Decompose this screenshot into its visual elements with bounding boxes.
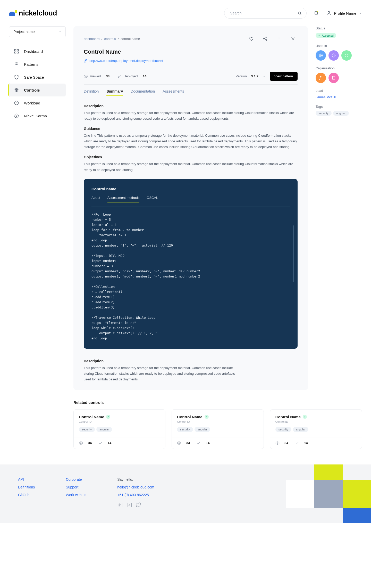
card-views: 34 xyxy=(79,441,92,445)
svg-rect-48 xyxy=(119,504,120,506)
sidebar-item-label: Safe Space xyxy=(24,75,44,79)
svg-point-23 xyxy=(16,115,17,117)
tag[interactable]: angular xyxy=(195,427,210,432)
organisation-item[interactable] xyxy=(316,73,326,83)
search-placeholder: Search xyxy=(230,11,241,15)
notification-icon[interactable] xyxy=(312,9,321,18)
svg-point-13 xyxy=(16,64,17,64)
footer-link[interactable]: Work with us xyxy=(66,493,86,497)
footer-decoration xyxy=(283,464,371,523)
version-label: Version xyxy=(236,74,247,78)
used-in-item[interactable] xyxy=(328,50,339,61)
tab-definition[interactable]: Definition xyxy=(84,89,99,96)
used-in-item[interactable] xyxy=(341,50,352,61)
close-icon[interactable] xyxy=(288,34,298,43)
content-panel: dashboard / controls / control name Cont… xyxy=(73,26,308,390)
footer-link[interactable]: Support xyxy=(66,485,86,489)
resource-link[interactable]: onp.aws.bootstrap.deployment.deploymentb… xyxy=(84,59,298,63)
used-in-label: Used in xyxy=(316,44,362,48)
breadcrumb-controls[interactable]: controls xyxy=(104,37,116,41)
lead-link[interactable]: James McGill xyxy=(316,95,336,99)
footer-link[interactable]: Definitions xyxy=(18,485,35,489)
sidebar-item-nickel-karma[interactable]: Nickel Karma xyxy=(9,109,66,122)
code-tab-about[interactable]: About xyxy=(91,196,100,202)
tags-label: Tags xyxy=(316,105,362,109)
card-views: 34 xyxy=(275,441,288,445)
more-icon[interactable] xyxy=(274,34,284,43)
favorite-icon[interactable] xyxy=(247,34,256,43)
organisation-item[interactable] xyxy=(328,73,339,83)
header: nickelcloud Search Profile Name xyxy=(9,8,362,19)
svg-line-1 xyxy=(300,14,301,15)
scrollbar[interactable] xyxy=(293,225,294,282)
tab-assessments[interactable]: Assessments xyxy=(163,89,184,96)
code-tab-oscal[interactable]: OSCAL xyxy=(147,196,158,202)
tab-documentation[interactable]: Documentation xyxy=(131,89,155,96)
sidebar-item-patterns[interactable]: Patterns xyxy=(9,58,66,71)
twitter-icon[interactable] xyxy=(136,502,141,508)
tag[interactable]: angular xyxy=(333,111,349,116)
svg-point-11 xyxy=(17,62,18,63)
svg-point-18 xyxy=(15,89,15,89)
project-selector[interactable]: Project name xyxy=(9,26,66,37)
svg-point-39 xyxy=(345,56,346,57)
svg-point-22 xyxy=(15,114,19,118)
chevron-down-icon[interactable] xyxy=(263,75,266,78)
svg-line-28 xyxy=(264,39,266,40)
sidebar-item-workload[interactable]: Workload xyxy=(9,96,66,109)
related-card[interactable]: Control Name ✓Control IDsecurityangular … xyxy=(270,409,362,449)
lead-label: Lead xyxy=(316,89,362,93)
tag[interactable]: angular xyxy=(96,427,112,432)
svg-point-36 xyxy=(333,55,334,56)
tag[interactable]: security xyxy=(275,427,291,432)
objectives-text: This pattern is used as a temporary stor… xyxy=(84,161,298,173)
related-card[interactable]: Control Name ✓Control IDsecurityangular … xyxy=(172,409,264,449)
tag[interactable]: security xyxy=(79,427,95,432)
card-title: Control Name ✓ xyxy=(275,415,357,419)
used-in-item[interactable] xyxy=(316,50,326,61)
svg-rect-7 xyxy=(15,52,16,53)
card-deploys: 14 xyxy=(295,441,308,445)
svg-rect-6 xyxy=(17,50,19,51)
tab-summary[interactable]: Summary xyxy=(106,89,123,96)
breadcrumb: dashboard / controls / control name xyxy=(84,37,140,41)
dots-icon xyxy=(14,61,19,67)
project-selector-label: Project name xyxy=(13,30,35,34)
tag[interactable]: angular xyxy=(293,427,309,432)
card-title: Control Name ✓ xyxy=(79,415,160,419)
share-icon[interactable] xyxy=(260,34,270,43)
search-input[interactable]: Search xyxy=(224,8,307,19)
tag[interactable]: security xyxy=(177,427,193,432)
footer-link[interactable]: Corporate xyxy=(66,477,86,481)
related-card[interactable]: Control Name ✓Control IDsecurityangular … xyxy=(73,409,165,449)
check-icon: ✓ xyxy=(205,415,209,419)
footer-link[interactable]: GitGub xyxy=(18,493,35,497)
svg-point-12 xyxy=(15,64,15,64)
sidebar-item-safe-space[interactable]: Safe Space xyxy=(9,71,66,84)
footer-link[interactable]: API xyxy=(18,477,35,481)
code-panel: Control name AboutAssessment methodsOSCA… xyxy=(84,179,298,349)
breadcrumb-dashboard[interactable]: dashboard xyxy=(84,37,99,41)
tag[interactable]: security xyxy=(316,111,332,116)
footer-phone[interactable]: +61 (0) 403 862225 xyxy=(117,493,154,497)
shield-icon xyxy=(14,74,19,80)
sidebar-item-label: Workload xyxy=(24,101,40,105)
card-id: Control ID xyxy=(275,420,357,423)
facebook-icon[interactable] xyxy=(127,502,132,508)
description-text: This pattern is used as a temporary stor… xyxy=(84,110,298,121)
view-pattern-button[interactable]: View pattern xyxy=(270,72,298,81)
footer-email[interactable]: hello@nickelcloud.com xyxy=(117,485,154,489)
profile-menu[interactable]: Profile Name xyxy=(326,11,362,16)
sidebar-item-controls[interactable]: Controls xyxy=(8,84,66,96)
linkedin-icon[interactable] xyxy=(117,502,123,508)
footer-say-hello: Say hello. xyxy=(117,477,154,481)
organisation-label: Organisation xyxy=(316,66,362,70)
chevron-down-icon xyxy=(359,12,362,15)
svg-point-29 xyxy=(279,37,279,38)
logo[interactable]: nickelcloud xyxy=(9,9,57,17)
card-deploys: 14 xyxy=(98,441,111,445)
sidebar-item-label: Dashboard xyxy=(24,49,43,54)
code-tab-assessment-methods[interactable]: Assessment methods xyxy=(107,196,139,202)
svg-point-0 xyxy=(298,12,301,14)
sidebar-item-dashboard[interactable]: Dashboard xyxy=(9,45,66,58)
